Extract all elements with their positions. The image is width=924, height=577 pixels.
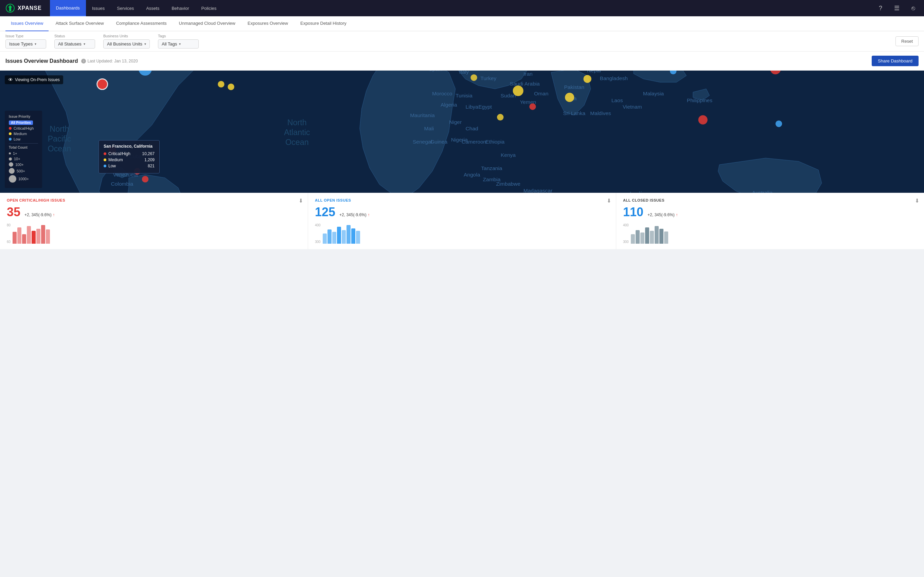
filter-bar: Issue Type Issue Types ▾ Status All Stat… xyxy=(0,31,924,52)
tab-attack-surface[interactable]: Attack Surface Overview xyxy=(50,16,109,31)
tab-compliance[interactable]: Compliance Assessments xyxy=(111,16,172,31)
card-all-closed: ALL CLOSED ISSUES ⬇ 110 +2, 345(-9.6%) ↑… xyxy=(616,193,924,249)
chevron-down-icon: ▾ xyxy=(84,42,85,46)
bar xyxy=(631,234,635,244)
delta-text-2: +2, 345(-9.6%) xyxy=(648,213,675,217)
legend-count-5: 1000+ xyxy=(9,175,38,183)
arrow-icon-2: ↑ xyxy=(676,213,678,217)
card-open-critical-value: 35 xyxy=(7,205,20,219)
count-circle-1 xyxy=(9,152,11,155)
legend-critical: Critical/High xyxy=(9,126,38,131)
legend-low-label: Low xyxy=(14,137,20,141)
nav-assets[interactable]: Assets xyxy=(140,0,165,16)
share-dashboard-button[interactable]: Share Dashboard xyxy=(872,56,919,66)
download-icon-2[interactable]: ⬇ xyxy=(915,198,919,204)
card-all-closed-title: ALL CLOSED ISSUES xyxy=(623,198,917,202)
card-all-closed-delta: +2, 345(-9.6%) ↑ xyxy=(648,213,678,217)
logo: XPANSE xyxy=(5,3,42,13)
legend-all-priorities[interactable]: All Priorities xyxy=(9,121,38,125)
svg-text:Pacific: Pacific xyxy=(48,134,71,143)
legend-critical-dot xyxy=(9,127,11,130)
svg-text:Iran: Iran xyxy=(523,71,533,77)
svg-text:Malaysia: Malaysia xyxy=(643,90,664,97)
filter-status: Status All Statuses ▾ xyxy=(54,34,95,48)
svg-text:North: North xyxy=(50,124,69,134)
bar xyxy=(328,229,331,244)
legend-medium-dot xyxy=(9,132,11,135)
tooltip-medium-label: Medium xyxy=(108,158,123,162)
card-open-critical: OPEN CRITICAL/HIGH ISSUES ⬇ 35 +2, 345(-… xyxy=(0,193,308,249)
filter-business-units-select[interactable]: All Business Units ▾ xyxy=(103,39,150,48)
arrow-icon-1: ↑ xyxy=(368,213,370,217)
svg-point-93 xyxy=(698,115,708,124)
tab-exposures-overview[interactable]: Exposures Overview xyxy=(242,16,294,31)
nav-dashboards[interactable]: Dashboards xyxy=(50,0,86,16)
bar xyxy=(337,227,341,244)
reset-button[interactable]: Reset xyxy=(895,36,919,46)
mini-chart-2 xyxy=(631,223,668,244)
card-all-open-delta: +2, 345(-9.6%) ↑ xyxy=(339,213,370,217)
logout-icon[interactable]: ⎋ xyxy=(908,3,919,14)
y-label-2-0: 400 xyxy=(623,223,629,227)
svg-text:Nepal: Nepal xyxy=(587,71,601,73)
bar xyxy=(640,232,645,244)
tooltip-low-value: 821 xyxy=(148,164,155,168)
bar xyxy=(46,229,50,244)
tab-unmanaged-cloud[interactable]: Unmanaged Cloud Overview xyxy=(174,16,241,31)
download-icon-0[interactable]: ⬇ xyxy=(299,198,303,204)
svg-point-101 xyxy=(470,74,477,81)
svg-point-90 xyxy=(565,93,574,102)
legend-divider xyxy=(9,143,38,143)
card-all-closed-value: 110 xyxy=(623,205,643,219)
filter-tags: Tags All Tags ▾ xyxy=(158,34,199,48)
dashboard-header: Issues Overview Dashboard i Last Updated… xyxy=(0,52,924,71)
sub-nav: Issues Overview Attack Surface Overview … xyxy=(0,16,924,31)
svg-text:Philippines: Philippines xyxy=(687,97,712,103)
card-all-open-title: ALL OPEN ISSUES xyxy=(315,198,609,202)
svg-text:Tunisia: Tunisia xyxy=(456,93,473,98)
svg-text:Madagascar: Madagascar xyxy=(523,188,552,193)
bar xyxy=(41,225,45,244)
tooltip-low: Low 821 xyxy=(103,164,155,168)
card-all-open-chart: 400 300 xyxy=(315,223,609,244)
card-all-closed-chart: 400 300 xyxy=(623,223,917,244)
download-icon-1[interactable]: ⬇ xyxy=(607,198,611,204)
mini-chart-0 xyxy=(13,223,50,244)
svg-point-92 xyxy=(583,75,591,83)
bar xyxy=(342,230,346,244)
svg-point-82 xyxy=(218,81,224,87)
map-viewing-label: 👁 Viewing On-Prem Issues xyxy=(5,75,63,84)
bar xyxy=(636,230,640,244)
count-circle-5 xyxy=(9,175,16,183)
y-label-0-1: 60 xyxy=(7,240,11,244)
delta-text-0: +2, 345(-9.6%) xyxy=(24,213,52,217)
nav-issues[interactable]: Issues xyxy=(86,0,111,16)
tab-exposure-detail-history[interactable]: Exposure Detail History xyxy=(295,16,352,31)
nav-services[interactable]: Services xyxy=(111,0,140,16)
svg-text:Senegal: Senegal xyxy=(413,139,432,145)
legend-medium: Medium xyxy=(9,132,38,136)
notes-icon[interactable]: ☰ xyxy=(892,3,902,14)
filter-tags-select[interactable]: All Tags ▾ xyxy=(158,39,199,48)
svg-text:Morocco: Morocco xyxy=(432,90,452,97)
viewing-text: Viewing On-Prem Issues xyxy=(15,77,60,82)
tab-issues-overview[interactable]: Issues Overview xyxy=(5,16,48,31)
filter-issue-type-select[interactable]: Issue Types ▾ xyxy=(5,39,46,48)
eye-icon: 👁 xyxy=(8,77,13,82)
world-map: North Pacific Ocean North Atlantic Ocean… xyxy=(0,71,924,193)
map-legend: Issue Priority All Priorities Critical/H… xyxy=(5,111,42,188)
tooltip-medium-value: 1,209 xyxy=(144,158,155,162)
filter-business-units: Business Units All Business Units ▾ xyxy=(103,34,150,48)
svg-text:Egypt: Egypt xyxy=(478,104,492,110)
nav-policies[interactable]: Policies xyxy=(195,0,223,16)
filter-status-select[interactable]: All Statuses ▾ xyxy=(54,39,95,48)
svg-point-89 xyxy=(513,85,523,96)
nav-behavior[interactable]: Behavior xyxy=(165,0,195,16)
legend-count-1: 1+ xyxy=(9,152,38,155)
svg-text:Kenya: Kenya xyxy=(501,152,516,158)
help-icon[interactable]: ? xyxy=(875,3,886,14)
critical-dot xyxy=(103,152,106,155)
svg-text:Laos: Laos xyxy=(611,97,623,103)
filter-issue-type: Issue Type Issue Types ▾ xyxy=(5,34,46,48)
svg-text:Sri Lanka: Sri Lanka xyxy=(563,110,585,116)
